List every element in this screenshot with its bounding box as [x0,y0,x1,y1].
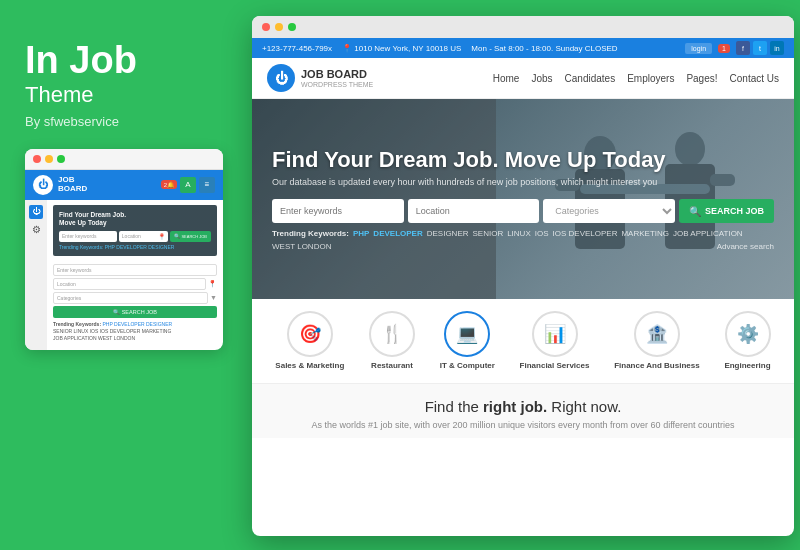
mini-badge: 2🔔 [161,180,177,189]
mini-search-section: Enter keywords Location 📍 Categories ▼ 🔍… [53,261,217,345]
trending-row: Trending Keywords: PHP DEVELOPER DESIGNE… [272,229,774,251]
hero-content: Find Your Dream Job. Move Up Today Our d… [272,147,774,251]
search-magnify-icon: 🔍 [689,206,701,217]
mini-icon-green: A [180,177,196,193]
hero-subtitle: Our database is updated every hour with … [272,177,774,187]
mini-full-search-btn[interactable]: 🔍 SEARCH JOB [53,306,217,318]
mini-gear-icon: ⚙ [29,223,43,237]
browser-dot-yellow [275,23,283,31]
category-engineering[interactable]: ⚙️ Engineering [724,311,770,371]
mini-logo-text: JOBBOARD [58,176,87,194]
trending-job-app[interactable]: JOB APPLICATION [673,229,743,238]
keywords-input[interactable] [272,199,404,223]
trending-ios-dev[interactable]: IOS DEVELOPER [553,229,618,238]
search-job-button[interactable]: 🔍 SEARCH JOB [679,199,774,223]
category-it-computer[interactable]: 💻 IT & Computer [440,311,495,371]
trending-designer[interactable]: DESIGNER [427,229,469,238]
mini-chevron-down-icon: ▼ [210,294,217,301]
search-bar: Categories 🔍 SEARCH JOB [272,199,774,223]
mini-preview-card: ⏻ JOBBOARD 2🔔 A ≡ ⏻ ⚙ Find Your Dream [25,149,223,350]
trending-php[interactable]: PHP [353,229,369,238]
social-icons: f t in [736,41,784,55]
topbar-phone: +123-777-456-799x [262,44,332,53]
browser-window: +123-777-456-799x 📍 1010 New York, NY 10… [252,16,794,536]
category-financial-services[interactable]: 📊 Financial Services [520,311,590,371]
topbar-hours: Mon - Sat 8:00 - 18:00. Sunday CLOSED [471,44,617,53]
categories-section: 🎯 Sales & Marketing 🍴 Restaurant 💻 IT & … [252,299,794,384]
trending-linux[interactable]: LINUX [507,229,531,238]
trending-ios[interactable]: IOS [535,229,549,238]
it-computer-label: IT & Computer [440,361,495,371]
sales-marketing-label: Sales & Marketing [275,361,344,371]
mini-kw-input[interactable]: Enter keywords [59,231,117,242]
logo-text: JOB BOARD [301,68,373,81]
location-input[interactable] [408,199,540,223]
it-computer-icon: 💻 [444,311,490,357]
mini-sidebar: ⏻ ⚙ [25,200,47,350]
bottom-title: Find the right job. Right now. [272,398,774,415]
finance-business-label: Finance And Business [614,361,700,371]
bottom-section: Find the right job. Right now. As the wo… [252,384,794,438]
brand-author: By sfwebservice [25,114,223,129]
mini-main-content: Find Your Dream Job.Move Up Today Enter … [47,200,223,350]
nav-candidates[interactable]: Candidates [565,73,616,84]
category-finance-business[interactable]: 🏦 Finance And Business [614,311,700,371]
nav-home[interactable]: Home [493,73,520,84]
topbar-left: +123-777-456-799x 📍 1010 New York, NY 10… [262,44,618,53]
mini-hero: Find Your Dream Job.Move Up Today Enter … [53,205,217,256]
site-nav: Home Jobs Candidates Employers Pages! Co… [493,73,779,84]
mini-search-btn[interactable]: 🔍 SEARCH JOB [170,231,211,242]
mini-trending-bottom: Trending Keywords: PHP DEVELOPER DESIGNE… [53,321,217,342]
restaurant-icon: 🍴 [369,311,415,357]
nav-jobs[interactable]: Jobs [531,73,552,84]
mini-cat-field[interactable]: Categories [53,292,208,304]
mini-sidebar-logo: ⏻ [29,205,43,219]
category-sales-marketing[interactable]: 🎯 Sales & Marketing [275,311,344,371]
advance-search-link[interactable]: Advance search [717,242,774,251]
trending-developer[interactable]: DEVELOPER [373,229,422,238]
engineering-label: Engineering [724,361,770,371]
nav-contact[interactable]: Contact Us [730,73,779,84]
login-button[interactable]: login [685,43,712,54]
mini-enter-kw[interactable]: Enter keywords [53,264,217,276]
logo-tagline: WORDPRESS THEME [301,81,373,88]
mini-site-header: ⏻ JOBBOARD 2🔔 A ≡ [25,170,223,200]
finance-business-icon: 🏦 [634,311,680,357]
mini-loc-field[interactable]: Location [53,278,206,290]
mini-nav-icons: 2🔔 A ≡ [161,177,215,193]
engineering-icon: ⚙️ [725,311,771,357]
trending-marketing[interactable]: MARKETING [621,229,669,238]
trending-label: Trending Keywords: [272,229,349,238]
mini-loc-input[interactable]: Location 📍 [119,231,168,242]
categories-select[interactable]: Categories [543,199,675,223]
mini-pin-icon: 📍 [208,280,217,288]
trending-west-london[interactable]: WEST LONDON [272,242,331,251]
nav-pages[interactable]: Pages! [686,73,717,84]
trending-senior[interactable]: SENIOR [473,229,504,238]
site-logo: ⏻ JOB BOARD WORDPRESS THEME [267,64,373,92]
hero-title: Find Your Dream Job. Move Up Today [272,147,774,173]
mini-hero-title: Find Your Dream Job.Move Up Today [59,211,211,228]
topbar-address: 📍 1010 New York, NY 10018 US [342,44,461,53]
sales-marketing-icon: 🎯 [287,311,333,357]
logo-icon: ⏻ [267,64,295,92]
notification-badge: 1 [718,44,730,53]
nav-employers[interactable]: Employers [627,73,674,84]
linkedin-icon[interactable]: in [770,41,784,55]
facebook-icon[interactable]: f [736,41,750,55]
brand-title: In Job [25,40,223,82]
financial-services-icon: 📊 [532,311,578,357]
site-header: ⏻ JOB BOARD WORDPRESS THEME Home Jobs Ca… [252,58,794,99]
bottom-subtitle: As the worlds #1 job site, with over 200… [272,420,774,430]
brand-subtitle: Theme [25,82,223,108]
left-panel: In Job Theme By sfwebservice ⏻ JOBBOARD … [0,0,248,550]
dot-green [57,155,65,163]
mini-icon-blue: ≡ [199,177,215,193]
category-restaurant[interactable]: 🍴 Restaurant [369,311,415,371]
mini-trending-row: Trending Keywords: PHP DEVELOPER DESIGNE… [59,244,211,250]
browser-titlebar [252,16,794,38]
mini-location-pin-icon: 📍 [158,233,165,240]
mini-logo-icon: ⏻ [33,175,53,195]
twitter-icon[interactable]: t [753,41,767,55]
hero-section: Find Your Dream Job. Move Up Today Our d… [252,99,794,299]
